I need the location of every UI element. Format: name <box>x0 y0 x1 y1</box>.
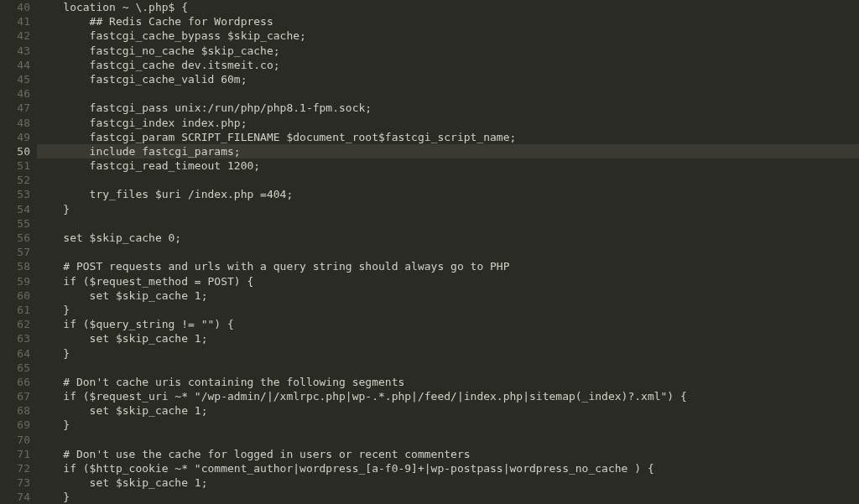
code-text: set $skip_cache 1; <box>37 289 208 302</box>
code-line[interactable]: if ($request_method = POST) { <box>37 274 859 288</box>
code-line[interactable]: if ($request_uri ~* "/wp-admin/|/xmlrpc.… <box>37 389 859 403</box>
code-line[interactable] <box>37 173 859 187</box>
code-line[interactable]: fastcgi_pass unix:/run/php/php8.1-fpm.so… <box>37 101 859 115</box>
code-text: fastcgi_read_timeout 1200; <box>37 159 260 172</box>
code-line[interactable]: set $skip_cache 1; <box>37 403 859 418</box>
code-line[interactable]: set $skip_cache 0; <box>37 231 859 245</box>
code-line[interactable]: } <box>37 202 859 216</box>
line-number-gutter: 4041424344454647484950515253545556575859… <box>0 0 37 504</box>
code-text: if ($http_cookie ~* "comment_author|word… <box>37 462 654 475</box>
code-text: set $skip_cache 1; <box>37 332 208 345</box>
line-number: 48 <box>5 116 30 130</box>
line-number: 70 <box>5 433 30 447</box>
line-number: 64 <box>5 346 30 361</box>
line-number: 74 <box>5 490 30 504</box>
code-text: if ($request_uri ~* "/wp-admin/|/xmlrpc.… <box>37 390 687 403</box>
code-text <box>37 246 44 258</box>
code-line[interactable] <box>37 245 859 259</box>
code-editor[interactable]: 4041424344454647484950515253545556575859… <box>0 0 859 504</box>
line-number: 56 <box>5 231 30 245</box>
code-line[interactable]: fastcgi_cache_bypass $skip_cache; <box>37 29 859 43</box>
code-line[interactable]: if ($query_string != "") { <box>37 317 859 331</box>
line-number: 73 <box>5 475 30 490</box>
code-text <box>37 174 44 186</box>
code-text: fastcgi_param SCRIPT_FILENAME $document_… <box>37 131 516 143</box>
code-line[interactable]: fastcgi_cache_valid 60m; <box>37 72 859 86</box>
code-line[interactable]: } <box>37 303 859 317</box>
code-line[interactable] <box>37 361 859 375</box>
code-text: if ($query_string != "") { <box>37 318 234 330</box>
line-number: 58 <box>5 259 30 273</box>
line-number: 66 <box>5 375 30 389</box>
code-line[interactable]: if ($http_cookie ~* "comment_author|word… <box>37 461 859 475</box>
line-number: 50 <box>5 144 30 158</box>
code-line[interactable]: } <box>37 418 859 432</box>
code-text: # POST requests and urls with a query st… <box>37 260 510 273</box>
code-text: set $skip_cache 1; <box>37 476 208 489</box>
code-area[interactable]: location ~ \.php$ { ## Redis Cache for W… <box>37 0 859 504</box>
code-line[interactable] <box>37 216 859 231</box>
line-number: 41 <box>5 14 30 29</box>
code-text: fastcgi_cache dev.itsmeit.co; <box>37 59 280 71</box>
code-line[interactable]: fastcgi_no_cache $skip_cache; <box>37 44 859 58</box>
code-text: fastcgi_cache_bypass $skip_cache; <box>37 29 306 42</box>
line-number: 44 <box>5 58 30 72</box>
line-number: 67 <box>5 389 30 403</box>
line-number: 71 <box>5 447 30 461</box>
line-number: 40 <box>5 0 30 14</box>
line-number: 49 <box>5 130 30 144</box>
code-text: fastcgi_no_cache $skip_cache; <box>37 44 280 57</box>
code-text: if ($request_method = POST) { <box>37 275 253 288</box>
line-number: 46 <box>5 86 30 101</box>
line-number: 72 <box>5 461 30 475</box>
code-text: set $skip_cache 1; <box>37 404 208 417</box>
code-text <box>37 361 44 374</box>
line-number: 63 <box>5 331 30 346</box>
line-number: 45 <box>5 72 30 86</box>
code-text: fastcgi_pass unix:/run/php/php8.1-fpm.so… <box>37 101 372 114</box>
code-line[interactable]: location ~ \.php$ { <box>37 0 859 14</box>
line-number: 61 <box>5 303 30 317</box>
code-text: location ~ \.php$ { <box>37 1 188 13</box>
code-line[interactable]: set $skip_cache 1; <box>37 288 859 303</box>
line-number: 59 <box>5 274 30 288</box>
code-line[interactable]: set $skip_cache 1; <box>37 331 859 346</box>
code-line[interactable]: # POST requests and urls with a query st… <box>37 259 859 273</box>
code-text: include fastcgi_params; <box>37 145 241 158</box>
code-line[interactable] <box>37 86 859 101</box>
line-number: 55 <box>5 216 30 231</box>
code-text: # Don't cache uris containing the follow… <box>37 376 404 388</box>
code-line[interactable]: } <box>37 490 859 504</box>
code-text: } <box>37 347 70 360</box>
code-text: } <box>37 203 70 216</box>
code-line[interactable]: } <box>37 346 859 361</box>
code-text: ## Redis Cache for Wordpress <box>37 15 273 28</box>
line-number: 47 <box>5 101 30 115</box>
line-number: 68 <box>5 403 30 418</box>
line-number: 57 <box>5 245 30 259</box>
code-line[interactable]: # Don't cache uris containing the follow… <box>37 375 859 389</box>
line-number: 53 <box>5 187 30 201</box>
line-number: 69 <box>5 418 30 432</box>
code-line[interactable]: # Don't use the cache for logged in user… <box>37 447 859 461</box>
code-text: fastcgi_index index.php; <box>37 117 247 129</box>
line-number: 52 <box>5 173 30 187</box>
code-text: } <box>37 418 70 431</box>
code-line[interactable]: set $skip_cache 1; <box>37 475 859 490</box>
code-line[interactable] <box>37 433 859 447</box>
code-text: set $skip_cache 0; <box>37 231 181 244</box>
code-line[interactable]: include fastcgi_params; <box>37 144 859 158</box>
code-line[interactable]: fastcgi_cache dev.itsmeit.co; <box>37 58 859 72</box>
code-line[interactable]: fastcgi_index index.php; <box>37 116 859 130</box>
code-text: try_files $uri /index.php =404; <box>37 188 293 200</box>
code-line[interactable]: try_files $uri /index.php =404; <box>37 187 859 201</box>
code-text: # Don't use the cache for logged in user… <box>37 448 471 460</box>
code-text <box>37 217 44 230</box>
line-number: 42 <box>5 29 30 43</box>
code-line[interactable]: ## Redis Cache for Wordpress <box>37 14 859 29</box>
line-number: 65 <box>5 361 30 375</box>
code-line[interactable]: fastcgi_param SCRIPT_FILENAME $document_… <box>37 130 859 144</box>
line-number: 51 <box>5 158 30 173</box>
code-text: fastcgi_cache_valid 60m; <box>37 73 247 86</box>
code-line[interactable]: fastcgi_read_timeout 1200; <box>37 158 859 173</box>
